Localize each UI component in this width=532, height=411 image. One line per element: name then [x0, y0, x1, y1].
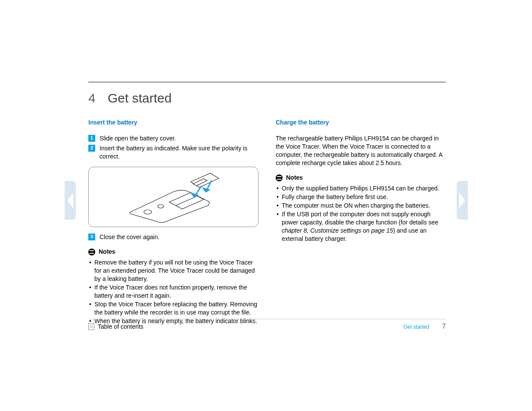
notes-label: Notes [99, 248, 115, 256]
step-badge-icon: 2 [88, 145, 95, 152]
toc-label: Table of contents [98, 323, 143, 330]
step-badge-icon: 1 [88, 135, 95, 142]
note-item: Fully charge the battery before first us… [276, 193, 446, 201]
chevron-right-icon [459, 193, 465, 208]
notes-heading: Notes [276, 174, 446, 182]
note-item: Stop the Voice Tracer before replacing t… [88, 300, 258, 317]
chapter-heading: 4 Get started [88, 91, 446, 106]
document-icon [88, 323, 94, 330]
device-battery-svg [118, 171, 230, 223]
note-item: If the Voice Tracer does not function pr… [88, 283, 258, 300]
step-text: Insert the battery as indicated. Make su… [100, 144, 258, 161]
note-item: Remove the battery if you will not be us… [88, 258, 258, 283]
prev-page-button[interactable] [65, 181, 76, 220]
page-footer: Table of contents Get started 7 [88, 319, 446, 330]
chevron-left-icon [67, 193, 73, 208]
charge-battery-heading: Charge the battery [276, 118, 446, 127]
svg-point-0 [144, 210, 152, 214]
note-item: The computer must be ON when charging th… [276, 202, 446, 210]
page-number: 7 [442, 323, 446, 330]
chapter-number: 4 [88, 91, 108, 106]
step-2: 2 Insert the battery as indicated. Make … [88, 144, 258, 161]
cross-ref-link[interactable]: chapter 8, Customize settings on page 15 [282, 227, 393, 234]
battery-illustration [88, 167, 258, 227]
right-column: Charge the battery The rechargeable batt… [276, 118, 446, 325]
svg-point-1 [158, 205, 164, 208]
page-content: 4 Get started Insert the battery 1 Slide… [88, 82, 446, 325]
table-of-contents-link[interactable]: Table of contents [88, 323, 143, 330]
notes-list: Remove the battery if you will not be us… [88, 258, 258, 325]
notes-icon [276, 174, 283, 181]
chapter-title: Get started [108, 91, 171, 106]
footer-section-link[interactable]: Get started [404, 324, 429, 330]
left-column: Insert the battery 1 Slide open the batt… [88, 118, 258, 325]
step-1: 1 Slide open the battery cover. [88, 134, 258, 143]
notes-icon [88, 249, 95, 255]
step-badge-icon: 3 [88, 234, 95, 240]
step-text: Slide open the battery cover. [100, 134, 258, 143]
notes-label: Notes [286, 174, 303, 182]
note-item: If the USB port of the computer does not… [276, 210, 446, 243]
step-text: Close the cover again. [100, 233, 258, 241]
heading-rule [88, 82, 446, 82]
insert-battery-heading: Insert the battery [88, 118, 258, 127]
next-page-button[interactable] [457, 181, 468, 220]
charge-paragraph: The rechargeable battery Philips LFH9154… [276, 134, 446, 167]
notes-heading: Notes [88, 248, 258, 256]
note-text: If the USB port of the computer does not… [282, 211, 438, 226]
notes-list: Only the supplied battery Philips LFH915… [276, 184, 446, 243]
step-3: 3 Close the cover again. [88, 233, 258, 241]
note-item: Only the supplied battery Philips LFH915… [276, 184, 446, 193]
